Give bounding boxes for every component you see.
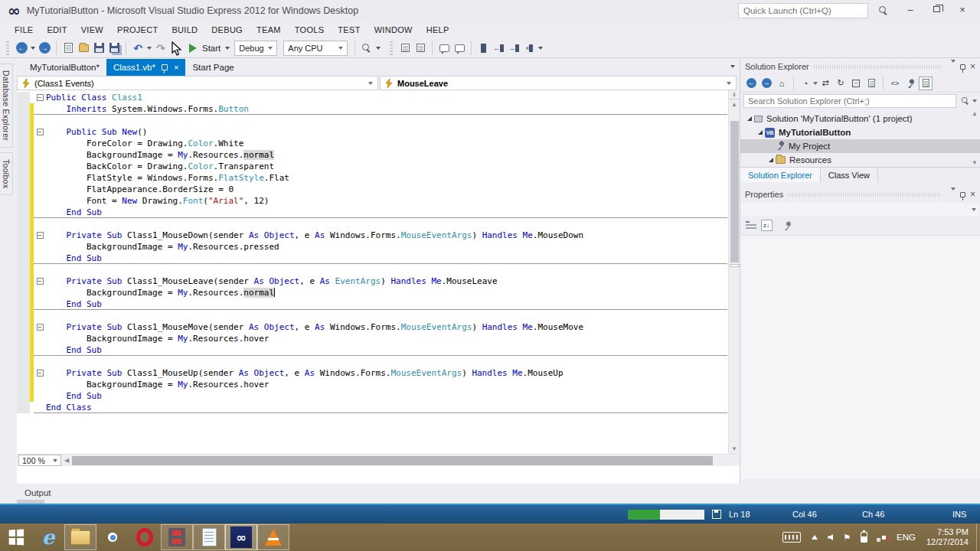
code-line[interactable]: BackgroundImage = My.Resources.pressed: [17, 241, 727, 253]
show-hidden-icons[interactable]: [812, 535, 818, 540]
breakpoint-margin[interactable]: [17, 344, 30, 356]
quick-launch-input[interactable]: [738, 3, 868, 18]
code-line[interactable]: End Sub: [17, 344, 727, 356]
code-line[interactable]: − Public Sub New(): [17, 126, 727, 138]
tree-item-my-project[interactable]: My Project: [740, 139, 980, 153]
menu-view[interactable]: VIEW: [74, 25, 110, 34]
taskbar-vlc[interactable]: [257, 524, 289, 550]
code-line[interactable]: End Sub: [17, 253, 727, 264]
database-explorer-tab[interactable]: Database Explorer: [0, 64, 13, 148]
code-line[interactable]: ForeColor = Drawing.Color.White: [17, 138, 727, 149]
menu-edit[interactable]: EDIT: [40, 25, 74, 34]
fold-toggle-icon[interactable]: −: [37, 324, 44, 331]
toolbar-overflow[interactable]: [376, 47, 381, 50]
solution-search-input[interactable]: [743, 94, 956, 108]
se-pending-changes-icon[interactable]: ◔: [799, 77, 812, 90]
code-line[interactable]: End Sub: [17, 390, 727, 402]
fold-toggle-icon[interactable]: −: [37, 370, 44, 377]
restore-button[interactable]: [923, 0, 949, 18]
breakpoint-margin[interactable]: [17, 356, 30, 367]
breakpoint-margin[interactable]: [17, 390, 30, 402]
breakpoint-margin[interactable]: [17, 149, 30, 161]
battery-icon[interactable]: [861, 532, 867, 543]
network-icon[interactable]: ×: [877, 533, 887, 542]
breakpoint-margin[interactable]: [17, 333, 30, 344]
tab-overflow-dropdown[interactable]: [730, 65, 735, 68]
code-line[interactable]: End Sub: [17, 298, 727, 310]
bookmark-overflow[interactable]: [538, 47, 543, 50]
code-line[interactable]: Font = New Drawing.Font("Arial", 12): [17, 195, 727, 207]
expanded-arrow-icon[interactable]: [747, 116, 752, 121]
clock[interactable]: 7:53 PM 12/27/2014: [926, 527, 969, 547]
breakpoint-margin[interactable]: [17, 103, 30, 115]
code-line[interactable]: − Private Sub Class1_MouseMove(sender As…: [17, 321, 727, 333]
tab-start-page[interactable]: Start Page: [185, 59, 240, 76]
hscroll-thumb[interactable]: [72, 456, 713, 465]
close-panel-icon[interactable]: ×: [970, 189, 975, 200]
alphabetical-sort-icon[interactable]: z↓: [760, 219, 773, 233]
se-properties-icon[interactable]: [903, 77, 917, 90]
code-line[interactable]: End Sub: [17, 207, 727, 218]
code-line[interactable]: FlatStyle = Windows.Forms.FlatStyle.Flat: [17, 172, 727, 184]
navigate-back-button[interactable]: ←: [15, 41, 28, 55]
se-back-icon[interactable]: ←: [744, 77, 758, 90]
tree-item-resources[interactable]: Resources: [740, 153, 980, 167]
horizontal-scrollbar[interactable]: [72, 455, 740, 466]
fold-toggle-icon[interactable]: −: [37, 278, 44, 285]
breakpoint-margin[interactable]: [17, 172, 30, 184]
breakpoint-margin[interactable]: [17, 321, 30, 333]
breakpoint-margin[interactable]: [17, 379, 30, 390]
code-line[interactable]: −Public Class Class1: [17, 92, 727, 103]
zoom-select[interactable]: 100 %: [18, 455, 61, 466]
breakpoint-margin[interactable]: [17, 218, 30, 230]
start-dropdown[interactable]: [225, 47, 230, 50]
property-pages-icon[interactable]: [780, 219, 794, 233]
menu-window[interactable]: WINDOW: [368, 25, 420, 34]
save-button[interactable]: [92, 41, 106, 55]
taskbar-internet-explorer[interactable]: e: [32, 523, 64, 551]
code-line[interactable]: End Class: [17, 402, 727, 413]
se-home-icon[interactable]: ⌂: [775, 77, 789, 90]
code-line[interactable]: [17, 310, 727, 321]
close-button[interactable]: ×: [949, 0, 975, 18]
menu-test[interactable]: TEST: [331, 25, 367, 34]
expanded-arrow-icon[interactable]: [758, 130, 763, 135]
previous-bookmark-icon[interactable]: ←: [492, 41, 505, 55]
expanded-arrow-icon[interactable]: [769, 158, 773, 162]
solution-config-select[interactable]: Debug: [234, 41, 277, 56]
new-project-button[interactable]: [61, 41, 75, 55]
members-dropdown[interactable]: MouseLeave: [380, 76, 737, 90]
breakpoint-margin[interactable]: [17, 126, 30, 138]
code-line[interactable]: BackgroundImage = My.Resources.hover: [17, 333, 727, 344]
taskbar-notepad[interactable]: [193, 524, 225, 550]
taskbar-file-explorer[interactable]: [64, 524, 96, 550]
breakpoint-margin[interactable]: [17, 402, 30, 413]
breakpoint-margin[interactable]: [17, 253, 30, 264]
code-line[interactable]: [17, 115, 727, 126]
breakpoint-margin[interactable]: [17, 310, 30, 321]
breakpoint-margin[interactable]: [17, 184, 30, 195]
tree-item-solution[interactable]: Solution 'MyTutorialButton' (1 project): [740, 112, 980, 126]
code-line[interactable]: BackgroundImage = My.Resources.normal: [17, 149, 727, 161]
start-debug-icon[interactable]: [188, 41, 201, 55]
breakpoint-margin[interactable]: [17, 264, 30, 276]
se-view-code-icon[interactable]: <>: [888, 77, 902, 90]
solution-explorer-bottom-tab[interactable]: Solution Explorer: [740, 168, 821, 182]
quick-launch-search-icon[interactable]: [879, 6, 888, 15]
menu-project[interactable]: PROJECT: [110, 25, 165, 34]
se-preview-icon[interactable]: [864, 77, 878, 90]
start-button[interactable]: Start: [202, 44, 220, 53]
show-desktop-button[interactable]: [976, 523, 980, 551]
scroll-up-arrow[interactable]: ▲: [729, 99, 740, 109]
code-line[interactable]: − Private Sub Class1_MouseUp(sender As O…: [17, 367, 727, 379]
types-dropdown[interactable]: (Class1 Events): [17, 76, 378, 90]
undo-dropdown[interactable]: [147, 47, 152, 50]
code-line[interactable]: Inherits System.Windows.Forms.Button: [17, 103, 727, 115]
navigate-back-dropdown[interactable]: [31, 47, 35, 50]
fold-toggle-icon[interactable]: −: [37, 129, 44, 135]
se-collapse-all-icon[interactable]: −: [849, 77, 863, 90]
open-file-button[interactable]: [77, 41, 90, 55]
fold-toggle-icon[interactable]: −: [37, 94, 44, 101]
code-line[interactable]: BackColor = Drawing.Color.Transparent: [17, 161, 727, 172]
toolbar-grip[interactable]: [6, 41, 9, 55]
